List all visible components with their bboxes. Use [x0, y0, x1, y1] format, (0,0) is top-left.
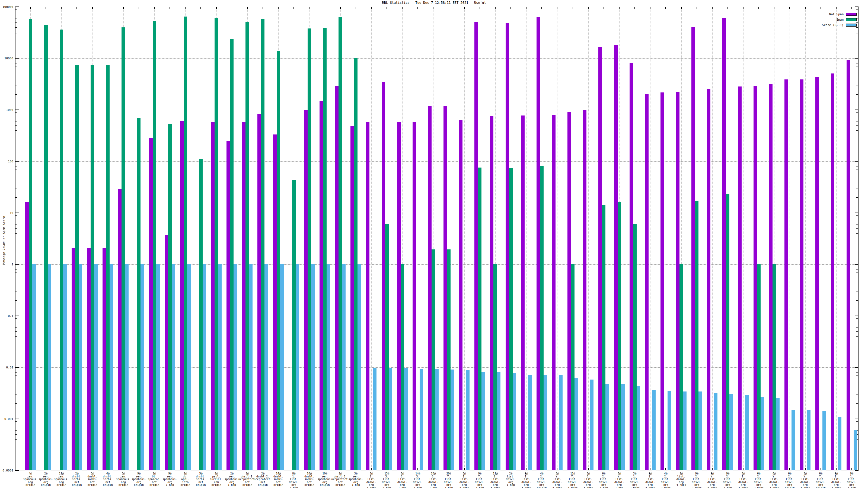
- y-tick-label: 100000: [1, 5, 13, 9]
- y-minor-tick: [856, 22, 859, 23]
- bar-spam: [29, 19, 32, 470]
- bar-spam: [168, 124, 172, 470]
- y-minor-tick: [856, 285, 859, 285]
- x-group-label: 3@ 0. list. dnswl. org 3 hops: [584, 472, 593, 488]
- x-group-label: 3@ Y. list. dnswl. org 4 hops: [552, 472, 562, 488]
- x-top-tick: [185, 7, 186, 9]
- x-top-tick: [76, 7, 77, 9]
- bar-score: [652, 390, 656, 470]
- x-group-label: 20@ Y. list. dnswl. org 1 hop: [444, 472, 454, 488]
- y-minor-tick: [15, 137, 17, 137]
- y-gridline: [16, 58, 858, 59]
- x-group-label: 2@ list. dnswl. org 1 hop: [506, 472, 516, 487]
- y-minor-tick: [15, 169, 17, 169]
- bar-spam: [137, 118, 141, 470]
- bar-score: [745, 395, 749, 470]
- y-minor-tick: [856, 9, 859, 9]
- y-minor-tick: [15, 331, 17, 332]
- x-bottom-tick: [588, 468, 589, 470]
- bar-spam: [75, 65, 79, 470]
- x-gridline: [526, 7, 527, 470]
- legend-label: Not Spam: [829, 12, 844, 16]
- bar-score: [327, 264, 330, 470]
- x-group-label: 2@ list. dnswl. org 4 hops: [676, 472, 686, 487]
- y-tick-label: 1000: [1, 108, 13, 112]
- y-minor-tick: [856, 280, 859, 280]
- y-minor-tick: [856, 249, 859, 249]
- y-minor-tick: [856, 118, 859, 118]
- bar-score: [544, 375, 547, 470]
- y-minor-tick: [15, 197, 17, 198]
- x-group-label: 3@ 1. list. dnswl. org 4 hops: [460, 472, 469, 488]
- bar-score: [513, 373, 516, 470]
- y-minor-tick: [856, 372, 859, 372]
- y-minor-tick: [856, 388, 859, 388]
- y-minor-tick: [15, 352, 17, 352]
- bar-score: [249, 264, 252, 470]
- y-minor-tick: [856, 112, 859, 112]
- legend-swatch: [846, 13, 857, 16]
- x-group-label: 9@ 1. list. dnswl. org 2 hops: [831, 472, 841, 488]
- x-gridline: [371, 7, 372, 470]
- y-minor-tick: [856, 66, 859, 66]
- y-major-tick: [855, 109, 859, 110]
- bar-not-spam: [412, 122, 416, 470]
- y-minor-tick: [856, 269, 859, 269]
- bar-score: [296, 264, 299, 470]
- y-major-tick: [15, 58, 19, 59]
- bar-not-spam: [707, 89, 710, 470]
- bar-spam: [122, 27, 125, 470]
- bar-not-spam: [242, 122, 246, 470]
- x-gridline: [665, 7, 666, 470]
- bar-not-spam: [536, 18, 540, 470]
- y-minor-tick: [15, 424, 17, 424]
- bar-score: [358, 264, 361, 470]
- y-minor-tick: [856, 228, 859, 229]
- x-group-label: 9@ 2. list. dnswl. org 4 hops: [645, 472, 655, 488]
- x-top-tick: [433, 7, 433, 9]
- bar-score: [48, 264, 51, 470]
- x-group-label: 2@ dnsbl-2. uceprotect. net origin: [254, 472, 272, 487]
- y-gridline: [16, 110, 858, 110]
- bar-score: [683, 391, 686, 470]
- x-group-label: 20@ 0. list. dnswl. org 1 hop: [428, 472, 438, 488]
- bar-score: [234, 264, 237, 470]
- y-minor-tick: [856, 94, 859, 95]
- x-group-label: 11@ Y. list. dnswl. org 3 hops: [568, 472, 578, 488]
- y-minor-tick: [856, 61, 859, 61]
- x-top-tick: [541, 7, 542, 9]
- x-gridline: [712, 7, 713, 470]
- y-tick-label: 10000: [1, 57, 13, 60]
- x-top-tick: [619, 7, 620, 9]
- y-minor-tick: [15, 455, 17, 455]
- x-top-tick: [231, 7, 232, 9]
- x-group-label: 8@ 1. list. dnswl. org 1 hop: [289, 472, 299, 488]
- bar-spam: [246, 22, 249, 470]
- bar-not-spam: [149, 138, 153, 470]
- y-minor-tick: [856, 43, 859, 43]
- y-major-tick: [15, 367, 19, 368]
- bar-spam: [726, 194, 730, 470]
- bar-not-spam: [583, 110, 586, 470]
- y-minor-tick: [856, 137, 859, 137]
- y-minor-tick: [856, 427, 859, 427]
- y-minor-tick: [856, 164, 859, 164]
- x-top-tick: [464, 7, 465, 9]
- x-bottom-tick: [743, 468, 744, 470]
- y-minor-tick: [856, 318, 859, 319]
- y-minor-tick: [856, 218, 859, 218]
- y-minor-tick: [856, 79, 859, 79]
- bar-score: [141, 264, 144, 470]
- x-top-tick: [61, 7, 62, 9]
- bar-score: [32, 264, 36, 470]
- chart-title: RBL Statistics - Tue Dec 7 12:58:11 EST …: [0, 1, 868, 5]
- y-minor-tick: [856, 14, 859, 15]
- bar-score: [699, 391, 702, 470]
- bar-not-spam: [474, 22, 478, 470]
- bar-not-spam: [676, 92, 680, 470]
- y-minor-tick: [856, 182, 859, 182]
- x-top-tick: [293, 7, 294, 9]
- bar-spam: [773, 264, 776, 470]
- bar-score: [668, 391, 671, 470]
- y-major-tick: [15, 419, 19, 419]
